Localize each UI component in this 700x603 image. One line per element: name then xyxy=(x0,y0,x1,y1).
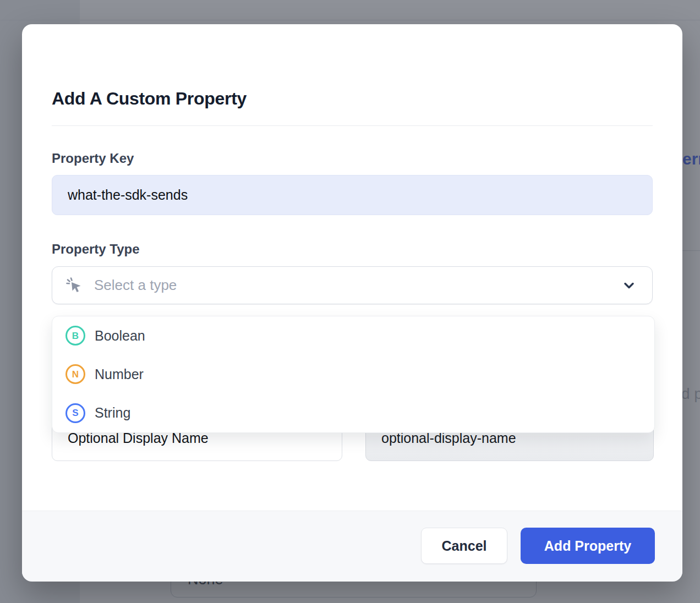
modal-title: Add A Custom Property xyxy=(52,89,247,109)
property-type-dropdown: B Boolean N Number S String xyxy=(52,316,655,433)
chevron-down-icon xyxy=(621,278,637,293)
property-key-input[interactable] xyxy=(52,175,653,215)
property-type-select[interactable]: Select a type xyxy=(52,266,653,304)
string-type-icon: S xyxy=(65,403,85,423)
add-custom-property-modal: Add A Custom Property Property Key Prope… xyxy=(22,24,682,581)
type-option-boolean[interactable]: B Boolean xyxy=(52,316,654,355)
type-option-string[interactable]: S String xyxy=(52,394,654,432)
type-option-label: String xyxy=(95,405,130,421)
property-key-label: Property Key xyxy=(52,151,134,166)
cancel-button[interactable]: Cancel xyxy=(421,528,507,564)
boolean-type-icon: B xyxy=(65,326,85,346)
cursor-click-icon xyxy=(65,276,84,295)
property-type-placeholder: Select a type xyxy=(94,277,621,294)
modal-footer: Cancel Add Property xyxy=(22,511,682,582)
number-type-icon: N xyxy=(65,364,85,384)
type-option-label: Boolean xyxy=(95,328,145,344)
add-property-button[interactable]: Add Property xyxy=(521,528,655,564)
title-divider xyxy=(52,125,653,126)
type-option-number[interactable]: N Number xyxy=(52,355,654,393)
property-type-label: Property Type xyxy=(52,242,140,257)
type-option-label: Number xyxy=(95,366,144,382)
